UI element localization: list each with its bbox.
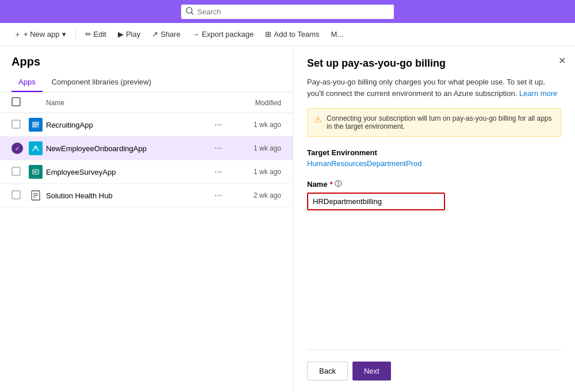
play-button[interactable]: ▶ Play — [113, 28, 145, 41]
warning-text: Connecting your subscription will turn o… — [327, 114, 554, 130]
table-row[interactable]: ✓ NewEmployeeOnboardingApp ··· 1 wk ago — [0, 137, 293, 160]
panel-description: Pay-as-you-go billing only charges you f… — [307, 76, 561, 99]
table-row[interactable]: Solution Health Hub ··· 2 wk ago — [0, 184, 293, 207]
app-name-1: RecruitingApp — [46, 121, 212, 129]
app-name-4: Solution Health Hub — [46, 191, 212, 200]
search-icon — [186, 7, 194, 17]
billing-name-input[interactable] — [307, 193, 445, 210]
app-dots-3[interactable]: ··· — [212, 166, 235, 178]
row-check-2[interactable]: ✓ — [12, 143, 29, 154]
header-name: Name — [46, 99, 212, 107]
tabs: Apps Component libraries (preview) — [0, 73, 293, 93]
info-icon: ⓘ — [335, 179, 342, 189]
share-icon: ↗ — [152, 30, 158, 39]
app-modified-2: 1 wk ago — [235, 144, 281, 152]
add-teams-button[interactable]: ⊞ Add to Teams — [260, 28, 324, 41]
check-circle-2: ✓ — [12, 143, 23, 154]
right-panel: ✕ Set up pay-as-you-go billing Pay-as-yo… — [293, 46, 575, 392]
chevron-down-icon: ▾ — [62, 30, 66, 39]
app-icon-2 — [29, 141, 46, 155]
app-icon-onboarding — [29, 141, 43, 155]
table-row[interactable]: RecruitingApp ··· 1 wk ago — [0, 113, 293, 137]
app-icon-survey — [29, 165, 43, 179]
target-env-value: HumanResourcesDepartmentProd — [307, 159, 561, 168]
app-more-button-2[interactable]: ··· — [212, 142, 224, 155]
search-input[interactable] — [197, 7, 389, 16]
name-section: Name * ⓘ — [307, 179, 561, 210]
export-button[interactable]: → Export package — [187, 28, 258, 41]
app-more-button-3[interactable]: ··· — [212, 166, 224, 178]
top-bar — [0, 0, 575, 23]
close-button[interactable]: ✕ — [558, 55, 566, 66]
svg-line-1 — [191, 13, 193, 14]
target-env-section: Target Environment HumanResourcesDepartm… — [307, 148, 561, 170]
row-check-1[interactable] — [12, 120, 29, 130]
table-header: Name Modified — [0, 93, 293, 113]
main-area: Apps Apps Component libraries (preview) … — [0, 46, 575, 392]
play-icon: ▶ — [118, 30, 124, 39]
apps-table: Name Modified RecruitingApp — [0, 93, 293, 392]
toolbar: ＋ + New app ▾ ✏ Edit ▶ Play ↗ Share → Ex… — [0, 23, 575, 46]
panel-title: Set up pay-as-you-go billing — [307, 57, 561, 70]
header-check — [12, 97, 29, 108]
svg-rect-9 — [12, 167, 20, 175]
app-modified-1: 1 wk ago — [235, 121, 281, 129]
target-env-label: Target Environment — [307, 148, 561, 157]
required-indicator: * — [329, 180, 332, 189]
app-name-2: NewEmployeeOnboardingApp — [46, 144, 212, 153]
app-modified-4: 2 wk ago — [235, 191, 281, 199]
header-modified: Modified — [235, 99, 281, 107]
edit-button[interactable]: ✏ Edit — [80, 28, 111, 41]
next-button[interactable]: Next — [352, 362, 391, 381]
tab-apps[interactable]: Apps — [12, 73, 43, 92]
app-dots-4[interactable]: ··· — [212, 189, 235, 202]
svg-rect-10 — [33, 170, 39, 174]
app-name-3: EmployeeSurveyApp — [46, 168, 212, 176]
warning-box: ⚠ Connecting your subscription will turn… — [307, 108, 561, 137]
share-button[interactable]: ↗ Share — [147, 28, 185, 41]
learn-more-link[interactable]: Learn more — [519, 89, 557, 98]
svg-rect-2 — [12, 98, 20, 106]
app-icon-1 — [29, 118, 46, 132]
app-icon-recruiting — [29, 118, 43, 132]
app-icon-4 — [29, 189, 46, 202]
app-dots-1[interactable]: ··· — [212, 118, 235, 131]
name-field-label: Name * ⓘ — [307, 179, 561, 189]
app-icon-solution — [29, 189, 43, 202]
back-button[interactable]: Back — [307, 362, 348, 381]
app-more-button-4[interactable]: ··· — [212, 189, 224, 202]
app-dots-2[interactable]: ··· — [212, 142, 235, 155]
search-box[interactable] — [181, 5, 394, 19]
left-panel: Apps Apps Component libraries (preview) … — [0, 46, 293, 392]
table-row[interactable]: EmployeeSurveyApp ··· 1 wk ago — [0, 160, 293, 184]
teams-icon: ⊞ — [265, 30, 271, 39]
tab-component-libraries[interactable]: Component libraries (preview) — [45, 73, 158, 92]
export-icon: → — [192, 30, 200, 39]
more-button[interactable]: M... — [327, 28, 348, 41]
page-title: Apps — [0, 46, 293, 73]
app-icon-3 — [29, 165, 46, 179]
panel-footer: Back Next — [307, 349, 561, 381]
svg-rect-13 — [12, 191, 20, 199]
app-modified-3: 1 wk ago — [235, 168, 281, 176]
separator-1 — [75, 29, 76, 40]
row-check-3[interactable] — [12, 167, 29, 178]
plus-icon: ＋ — [14, 29, 21, 40]
app-more-button-1[interactable]: ··· — [212, 118, 224, 131]
new-app-button[interactable]: ＋ + New app ▾ — [9, 27, 71, 42]
svg-rect-3 — [12, 120, 20, 128]
warning-icon: ⚠ — [315, 115, 322, 124]
edit-icon: ✏ — [85, 30, 91, 39]
row-check-4[interactable] — [12, 190, 29, 201]
